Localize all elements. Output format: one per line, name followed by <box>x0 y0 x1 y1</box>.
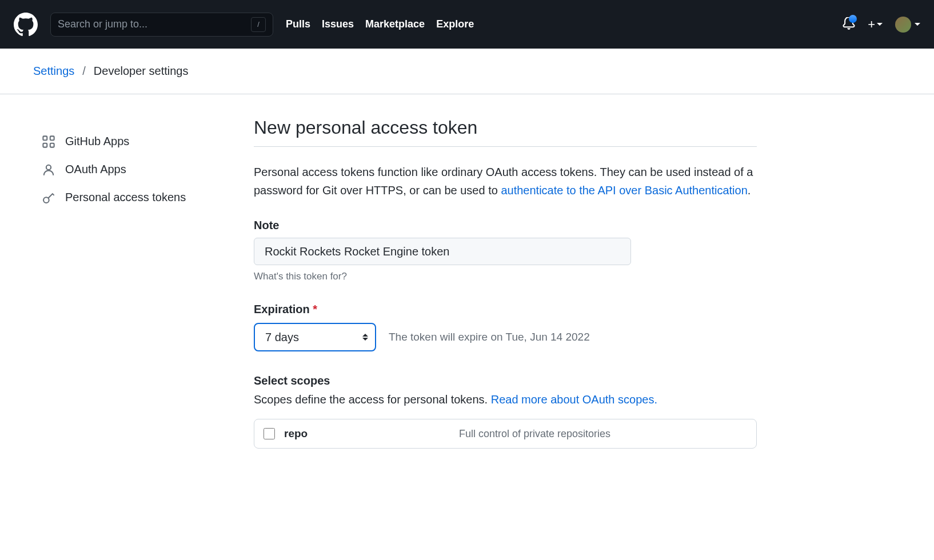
nav-issues[interactable]: Issues <box>322 18 354 30</box>
caret-down-icon <box>877 23 883 26</box>
description-text: . <box>748 184 751 197</box>
expiration-label: Expiration * <box>254 303 757 316</box>
notification-indicator <box>849 15 857 23</box>
expiration-row: 7 days The token will expire on Tue, Jun… <box>254 323 757 351</box>
expiration-select-wrap: 7 days <box>254 323 376 351</box>
expiration-date-text: The token will expire on Tue, Jun 14 202… <box>389 331 590 343</box>
slash-key-hint: / <box>251 17 266 32</box>
plus-icon: + <box>868 17 875 32</box>
breadcrumb: Settings / Developer settings <box>0 49 934 94</box>
sidebar-item-label: Personal access tokens <box>65 191 186 204</box>
scopes-docs-link[interactable]: Read more about OAuth scopes. <box>491 393 657 406</box>
search-input[interactable] <box>58 18 251 30</box>
sidebar: GitHub Apps OAuth Apps Personal access t… <box>42 117 231 449</box>
svg-rect-0 <box>43 136 47 140</box>
svg-rect-3 <box>50 143 54 147</box>
nav-pulls[interactable]: Pulls <box>286 18 310 30</box>
sidebar-item-label: OAuth Apps <box>65 163 126 176</box>
search-box[interactable]: / <box>50 13 273 37</box>
scopes-description: Scopes define the access for personal to… <box>254 393 757 406</box>
breadcrumb-separator: / <box>82 65 86 78</box>
global-header: / Pulls Issues Marketplace Explore + <box>0 0 934 49</box>
primary-nav: Pulls Issues Marketplace Explore <box>286 18 474 30</box>
sidebar-item-label: GitHub Apps <box>65 135 129 148</box>
required-indicator: * <box>313 303 317 315</box>
svg-rect-2 <box>43 143 47 147</box>
scope-name: repo <box>284 427 450 440</box>
avatar <box>895 17 911 33</box>
scopes-label: Select scopes <box>254 374 757 387</box>
notifications-button[interactable] <box>843 17 855 32</box>
caret-down-icon <box>915 23 920 26</box>
svg-point-4 <box>46 165 51 169</box>
github-logo[interactable] <box>14 13 38 37</box>
apps-icon <box>42 135 55 148</box>
page-title: New personal access token <box>254 117 757 147</box>
key-icon <box>42 191 55 204</box>
scope-checkbox-repo[interactable] <box>264 428 275 439</box>
nav-marketplace[interactable]: Marketplace <box>365 18 425 30</box>
svg-point-5 <box>43 197 49 203</box>
main-content: New personal access token Personal acces… <box>254 117 757 449</box>
page-layout: GitHub Apps OAuth Apps Personal access t… <box>0 94 934 471</box>
expiration-label-text: Expiration <box>254 303 310 315</box>
nav-explore[interactable]: Explore <box>436 18 474 30</box>
header-right: + <box>843 17 920 33</box>
create-new-dropdown[interactable]: + <box>868 17 883 32</box>
breadcrumb-current: Developer settings <box>94 65 189 78</box>
user-menu[interactable] <box>895 17 920 33</box>
sidebar-item-github-apps[interactable]: GitHub Apps <box>42 127 231 155</box>
scope-row-repo: repo Full control of private repositorie… <box>254 419 756 448</box>
scopes-table: repo Full control of private repositorie… <box>254 419 757 449</box>
scopes-desc-text: Scopes define the access for personal to… <box>254 393 491 406</box>
sidebar-item-personal-tokens[interactable]: Personal access tokens <box>42 183 231 211</box>
svg-rect-1 <box>50 136 54 140</box>
scope-description: Full control of private repositories <box>459 428 610 440</box>
token-description: Personal access tokens function like ord… <box>254 163 757 199</box>
auth-docs-link[interactable]: authenticate to the API over Basic Authe… <box>501 184 747 197</box>
breadcrumb-settings[interactable]: Settings <box>33 65 74 78</box>
note-hint: What's this token for? <box>254 271 757 282</box>
note-input[interactable] <box>254 238 631 265</box>
sidebar-item-oauth-apps[interactable]: OAuth Apps <box>42 155 231 183</box>
person-icon <box>42 163 55 176</box>
note-label: Note <box>254 219 757 232</box>
expiration-select[interactable]: 7 days <box>254 323 376 351</box>
